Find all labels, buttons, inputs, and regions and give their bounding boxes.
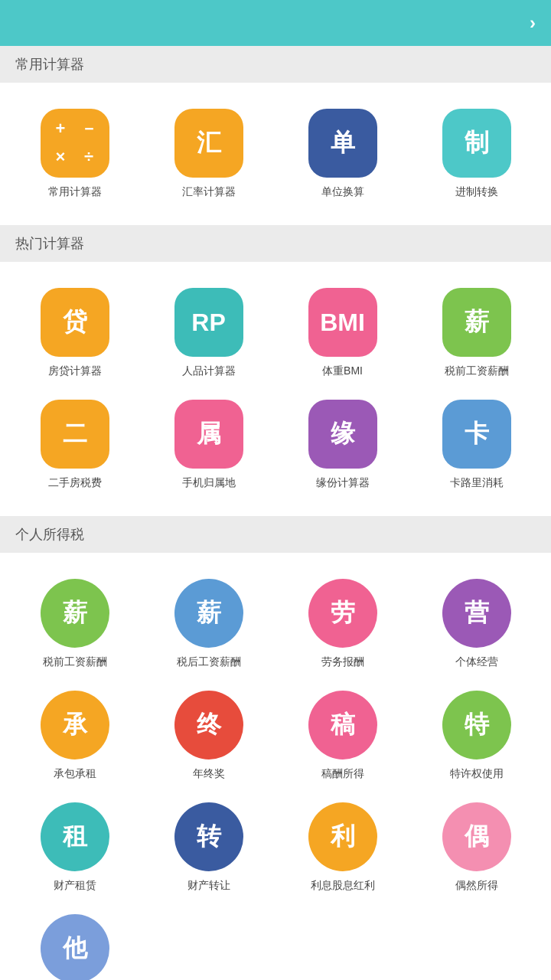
item-label-unit-calc: 单位换算 — [321, 185, 364, 199]
grid-item-aftertax-salary[interactable]: 薪税后工资薪酬 — [142, 568, 276, 680]
grid-item-pretax-salary[interactable]: 薪税前工资薪酬 — [8, 568, 142, 680]
item-label-rp-calc: 人品计算器 — [182, 364, 236, 378]
grid-item-contract-rent[interactable]: 承承包承租 — [8, 680, 142, 792]
times-icon: × — [47, 145, 75, 169]
item-label-calorie-calc: 卡路里消耗 — [450, 476, 504, 490]
item-label-second-house-calc: 二手房税费 — [48, 476, 102, 490]
item-label-mortgage-calc: 房贷计算器 — [48, 364, 102, 378]
grid-item-salary-calc[interactable]: 薪税前工资薪酬 — [409, 277, 543, 389]
grid-item-bmi-calc[interactable]: BMI体重BMI — [276, 277, 409, 389]
item-label-manuscript-income: 稿酬所得 — [321, 767, 364, 781]
grid-item-property-rental[interactable]: 租财产租赁 — [8, 792, 142, 903]
grid-item-fate-calc[interactable]: 缘缘份计算器 — [276, 389, 409, 501]
item-label-base-calc: 进制转换 — [455, 185, 498, 199]
item-label-common-calc: 常用计算器 — [48, 185, 102, 199]
grid-item-unit-calc[interactable]: 单单位换算 — [276, 98, 409, 210]
grid-item-base-calc[interactable]: 制进制转换 — [409, 98, 543, 210]
grid-item-interest-dividend[interactable]: 利利息股息红利 — [276, 792, 409, 903]
section-grid-popular: 贷房贷计算器RP人品计算器BMI体重BMI薪税前工资薪酬二二手房税费属手机归属地… — [0, 262, 551, 516]
item-label-aftertax-salary: 税后工资薪酬 — [177, 655, 241, 669]
item-label-pretax-salary: 税前工资薪酬 — [43, 655, 107, 669]
grid-item-second-house-calc[interactable]: 二二手房税费 — [8, 389, 142, 501]
section-header-personal-tax: 个人所得税 — [0, 516, 551, 553]
icon-circle-calorie-calc: 卡 — [442, 400, 511, 469]
item-label-property-rental: 财产租赁 — [54, 879, 96, 893]
back-button[interactable]: › — [527, 12, 536, 34]
grid-item-rp-calc[interactable]: RP人品计算器 — [142, 277, 276, 389]
grid-item-calorie-calc[interactable]: 卡卡路里消耗 — [409, 389, 543, 501]
icon-circle-mortgage-calc: 贷 — [41, 288, 109, 357]
icon-circle-rp-calc: RP — [174, 288, 243, 357]
grid-item-common-calc[interactable]: + － × ÷ 常用计算器 — [8, 98, 142, 210]
back-chevron: › — [530, 12, 536, 34]
icon-circle-year-end-bonus: 终 — [174, 691, 243, 760]
icon-circle-phone-origin-calc: 属 — [174, 400, 243, 469]
grid-item-phone-origin-calc[interactable]: 属手机归属地 — [142, 389, 276, 501]
icon-circle-manuscript-income: 稿 — [308, 691, 377, 760]
icon-circle-aftertax-salary: 薪 — [174, 579, 243, 648]
item-label-self-employed: 个体经营 — [455, 655, 498, 669]
plus-icon: + — [47, 117, 75, 141]
grid-item-mortgage-calc[interactable]: 贷房贷计算器 — [8, 277, 142, 389]
icon-circle-franchise-fee: 特 — [442, 691, 511, 760]
item-label-exchange-calc: 汇率计算器 — [182, 185, 236, 199]
item-label-year-end-bonus: 年终奖 — [193, 767, 225, 781]
grid-item-labor-reward[interactable]: 劳劳务报酬 — [276, 568, 409, 680]
divide-icon: ÷ — [75, 145, 103, 169]
math-icon: + － × ÷ — [41, 109, 109, 178]
icon-circle-bmi-calc: BMI — [308, 288, 377, 357]
icon-circle-occasional-income: 偶 — [442, 802, 511, 871]
grid-item-other-income[interactable]: 他 — [8, 903, 142, 980]
icon-circle-exchange-calc: 汇 — [174, 109, 243, 178]
grid-item-occasional-income[interactable]: 偶偶然所得 — [409, 792, 543, 903]
grid-item-property-transfer[interactable]: 转财产转让 — [142, 792, 276, 903]
item-label-bmi-calc: 体重BMI — [322, 364, 363, 378]
item-label-property-transfer: 财产转让 — [187, 879, 230, 893]
icon-circle-self-employed: 营 — [442, 579, 511, 648]
icon-circle-interest-dividend: 利 — [308, 802, 377, 871]
item-label-phone-origin-calc: 手机归属地 — [182, 476, 236, 490]
grid-item-manuscript-income[interactable]: 稿稿酬所得 — [276, 680, 409, 792]
icon-circle-salary-calc: 薪 — [442, 288, 511, 357]
icon-circle-property-transfer: 转 — [174, 802, 243, 871]
section-grid-common: + － × ÷ 常用计算器汇汇率计算器单单位换算制进制转换 — [0, 83, 551, 225]
icon-circle-base-calc: 制 — [442, 109, 511, 178]
item-label-franchise-fee: 特许权使用 — [450, 767, 504, 781]
section-grid-personal-tax: 薪税前工资薪酬薪税后工资薪酬劳劳务报酬营个体经营承承包承租终年终奖稿稿酬所得特特… — [0, 553, 551, 980]
item-label-contract-rent: 承包承租 — [54, 767, 96, 781]
minus-icon: － — [75, 117, 103, 141]
item-label-labor-reward: 劳务报酬 — [321, 655, 364, 669]
icon-circle-second-house-calc: 二 — [41, 400, 109, 469]
grid-item-exchange-calc[interactable]: 汇汇率计算器 — [142, 98, 276, 210]
icon-circle-unit-calc: 单 — [308, 109, 377, 178]
section-header-common: 常用计算器 — [0, 46, 551, 83]
section-header-popular: 热门计算器 — [0, 225, 551, 262]
item-label-salary-calc: 税前工资薪酬 — [445, 364, 509, 378]
item-label-fate-calc: 缘份计算器 — [316, 476, 370, 490]
icon-circle-other-income: 他 — [41, 914, 109, 980]
icon-circle-labor-reward: 劳 — [308, 579, 377, 648]
grid-item-self-employed[interactable]: 营个体经营 — [409, 568, 543, 680]
grid-item-year-end-bonus[interactable]: 终年终奖 — [142, 680, 276, 792]
main-content: 常用计算器 + － × ÷ 常用计算器汇汇率计算器单单位换算制进制转换热门计算器… — [0, 46, 551, 980]
app-header: › — [0, 0, 551, 46]
item-label-occasional-income: 偶然所得 — [455, 879, 498, 893]
icon-circle-pretax-salary: 薪 — [41, 579, 109, 648]
icon-circle-property-rental: 租 — [41, 802, 109, 871]
icon-circle-fate-calc: 缘 — [308, 400, 377, 469]
grid-item-franchise-fee[interactable]: 特特许权使用 — [409, 680, 543, 792]
item-label-interest-dividend: 利息股息红利 — [311, 879, 375, 893]
icon-circle-contract-rent: 承 — [41, 691, 109, 760]
